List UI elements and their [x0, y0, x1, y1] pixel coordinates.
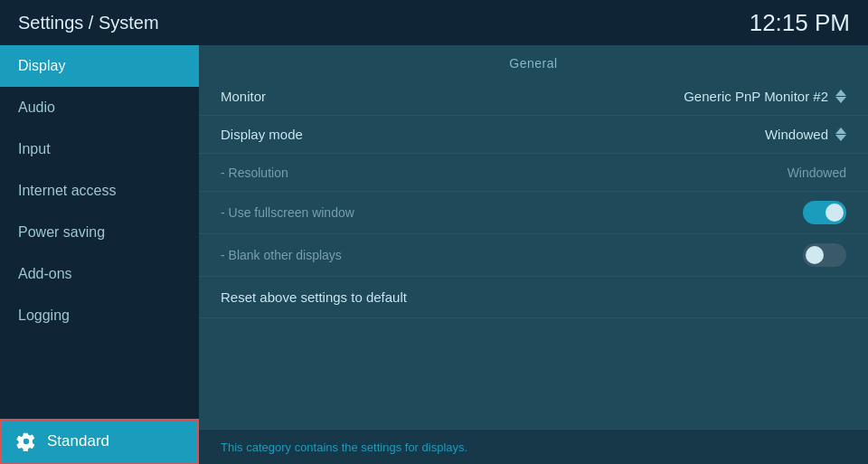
- page-title: Settings / System: [18, 13, 159, 33]
- clock: 12:15 PM: [750, 9, 850, 37]
- section-header: General: [199, 45, 868, 78]
- sidebar: Display Audio Input Internet access Powe…: [0, 45, 199, 464]
- monitor-arrow-down[interactable]: [835, 97, 846, 103]
- display-mode-arrow-down[interactable]: [835, 135, 846, 141]
- fullscreen-row[interactable]: - Use fullscreen window: [199, 192, 868, 234]
- monitor-value: Generic PnP Monitor #2: [684, 89, 828, 104]
- monitor-value-container: Generic PnP Monitor #2: [684, 89, 846, 104]
- monitor-row[interactable]: Monitor Generic PnP Monitor #2: [199, 78, 868, 116]
- sidebar-item-input[interactable]: Input: [0, 128, 199, 170]
- display-mode-arrows[interactable]: [835, 128, 846, 141]
- sidebar-item-label: Display: [18, 58, 65, 73]
- blank-displays-row[interactable]: - Blank other displays: [199, 234, 868, 277]
- content-inner: General Monitor Generic PnP Monitor #2 D…: [199, 45, 868, 429]
- sidebar-item-label: Internet access: [18, 183, 117, 198]
- main-layout: Display Audio Input Internet access Powe…: [0, 45, 868, 464]
- display-mode-arrow-up[interactable]: [835, 128, 846, 134]
- sidebar-item-display[interactable]: Display: [0, 45, 199, 87]
- profile-label: Standard: [47, 432, 109, 450]
- monitor-label: Monitor: [221, 89, 266, 104]
- sidebar-item-label: Input: [18, 141, 51, 156]
- fullscreen-toggle-container: [803, 201, 846, 224]
- gear-icon: [16, 431, 36, 451]
- blank-displays-toggle-thumb: [806, 246, 824, 264]
- sidebar-item-internet-access[interactable]: Internet access: [0, 170, 199, 212]
- reset-label: Reset above settings to default: [221, 289, 407, 305]
- sidebar-item-label: Logging: [18, 308, 70, 323]
- profile-bar[interactable]: Standard: [0, 419, 199, 464]
- sidebar-item-power-saving[interactable]: Power saving: [0, 212, 199, 253]
- sidebar-item-label: Audio: [18, 99, 55, 115]
- header: Settings / System 12:15 PM: [0, 0, 868, 45]
- display-mode-value: Windowed: [765, 127, 828, 142]
- monitor-arrow-up[interactable]: [835, 90, 846, 96]
- fullscreen-toggle-thumb: [826, 204, 844, 222]
- monitor-arrows[interactable]: [835, 90, 846, 103]
- resolution-label: - Resolution: [221, 166, 288, 180]
- resolution-row[interactable]: - Resolution Windowed: [199, 154, 868, 192]
- sidebar-item-label: Add-ons: [18, 266, 72, 281]
- sidebar-item-label: Power saving: [18, 224, 105, 240]
- blank-displays-label: - Blank other displays: [221, 248, 342, 262]
- display-mode-row[interactable]: Display mode Windowed: [199, 116, 868, 154]
- resolution-value-container: Windowed: [788, 166, 846, 180]
- sidebar-bottom: Standard: [0, 419, 199, 464]
- blank-displays-toggle[interactable]: [803, 243, 846, 267]
- sidebar-item-logging[interactable]: Logging: [0, 295, 199, 336]
- sidebar-item-add-ons[interactable]: Add-ons: [0, 253, 199, 295]
- fullscreen-label: - Use fullscreen window: [221, 205, 354, 220]
- display-mode-label: Display mode: [221, 127, 303, 142]
- content-footer: This category contains the settings for …: [199, 429, 868, 464]
- fullscreen-toggle[interactable]: [803, 201, 846, 224]
- footer-text: This category contains the settings for …: [221, 440, 467, 454]
- resolution-value: Windowed: [788, 166, 846, 180]
- reset-row[interactable]: Reset above settings to default: [199, 277, 868, 318]
- sidebar-item-audio[interactable]: Audio: [0, 87, 199, 128]
- display-mode-value-container: Windowed: [765, 127, 846, 142]
- sidebar-nav: Display Audio Input Internet access Powe…: [0, 45, 199, 336]
- blank-displays-toggle-container: [803, 243, 846, 267]
- content-area: General Monitor Generic PnP Monitor #2 D…: [199, 45, 868, 464]
